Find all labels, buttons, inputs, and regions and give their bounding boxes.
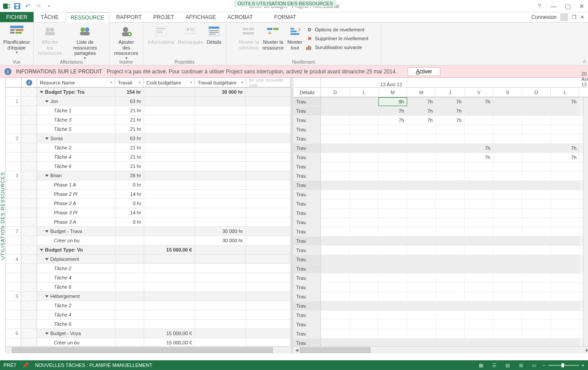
- timephased-cell[interactable]: [407, 218, 436, 227]
- row-number[interactable]: [6, 338, 21, 346]
- zoom-in-icon[interactable]: +: [582, 362, 584, 368]
- timephased-cell[interactable]: [378, 292, 407, 301]
- minimize-icon[interactable]: —: [549, 3, 558, 10]
- travail-cell[interactable]: 21 hr: [116, 125, 145, 134]
- timephased-cell[interactable]: [350, 190, 378, 199]
- tab-format[interactable]: FORMAT: [270, 12, 301, 22]
- tab-fichier[interactable]: FICHIER: [0, 12, 34, 22]
- timephased-cell[interactable]: [493, 292, 522, 301]
- level-all-button[interactable]: Niveler tout: [286, 23, 304, 52]
- timephased-row[interactable]: Trav.7h7h: [294, 153, 588, 162]
- travail-budgetaire-cell[interactable]: [195, 338, 246, 346]
- timephased-cell[interactable]: [436, 125, 465, 134]
- timephased-cell[interactable]: [350, 283, 378, 292]
- timephased-cell[interactable]: [436, 162, 465, 171]
- timephased-cell[interactable]: [465, 329, 493, 338]
- table-row[interactable]: Budget Type: Vo15 000,00 €: [6, 245, 290, 255]
- activate-button[interactable]: AActiverctiver: [408, 67, 441, 76]
- timephased-cell[interactable]: [407, 181, 436, 190]
- resource-name-cell[interactable]: Tâche 6: [37, 162, 116, 171]
- timephased-cell[interactable]: [378, 339, 407, 346]
- timephased-row[interactable]: Trav.: [294, 218, 588, 227]
- help-icon[interactable]: ?: [535, 3, 544, 10]
- scroll-left-icon[interactable]: ◀: [294, 347, 300, 353]
- timephased-cell[interactable]: [350, 209, 378, 217]
- timephased-row[interactable]: Trav.: [294, 339, 588, 346]
- timephased-cell[interactable]: [493, 116, 522, 125]
- timephased-cell[interactable]: [350, 218, 378, 227]
- timephased-cell[interactable]: 7h: [551, 144, 580, 153]
- travail-budgetaire-cell[interactable]: [195, 292, 246, 301]
- timephased-row[interactable]: Trav.: [294, 190, 588, 199]
- new-col-cell[interactable]: [246, 255, 290, 263]
- timephased-cell[interactable]: [378, 255, 407, 264]
- row-number[interactable]: [6, 236, 21, 245]
- timephased-cell[interactable]: [350, 255, 378, 264]
- timephased-cell[interactable]: [321, 264, 350, 273]
- signin-link[interactable]: Connexion: [531, 14, 557, 20]
- timephased-cell[interactable]: [436, 181, 465, 190]
- timephased-cell[interactable]: [378, 274, 407, 282]
- timephased-cell[interactable]: [493, 125, 522, 134]
- next-overallocation-button[interactable]: Surutilisation suivante: [304, 43, 370, 52]
- timephased-cell[interactable]: [522, 97, 551, 106]
- rownum-header[interactable]: [6, 78, 22, 87]
- timephased-cell[interactable]: [551, 209, 580, 217]
- travail-cell[interactable]: 28 hr: [116, 171, 145, 180]
- row-number[interactable]: [6, 273, 21, 282]
- travail-cell[interactable]: [116, 273, 145, 282]
- timephased-cell[interactable]: [378, 190, 407, 199]
- cout-budgetaire-cell[interactable]: [144, 208, 195, 217]
- timephased-cell[interactable]: [522, 218, 551, 227]
- resource-name-cell[interactable]: Tâche 5: [37, 125, 116, 134]
- cout-budgetaire-cell[interactable]: [144, 106, 195, 115]
- timephased-row[interactable]: Trav.: [294, 283, 588, 292]
- timephased-cell[interactable]: 7h: [551, 97, 580, 106]
- timephased-cell[interactable]: [493, 329, 522, 338]
- timephased-cell[interactable]: [493, 209, 522, 217]
- team-planner-button[interactable]: Planificateur d'équipe▾: [1, 23, 32, 55]
- timephased-cell[interactable]: [551, 199, 580, 208]
- travail-budgetaire-cell[interactable]: [195, 217, 246, 226]
- timephased-cell[interactable]: [551, 236, 580, 245]
- travail-budgetaire-cell[interactable]: [195, 273, 246, 282]
- timephased-cell[interactable]: [378, 227, 407, 236]
- table-row[interactable]: 3Brian28 hr: [6, 171, 290, 180]
- timephased-cell[interactable]: [378, 181, 407, 190]
- timephased-cell[interactable]: [551, 116, 580, 125]
- resource-name-cell[interactable]: Jon: [37, 97, 116, 106]
- row-number[interactable]: [6, 125, 21, 134]
- right-vertical-scrollbar[interactable]: [583, 97, 588, 346]
- timephased-cell[interactable]: [522, 236, 551, 245]
- travail-budgetaire-cell[interactable]: [195, 190, 246, 198]
- timephased-cell[interactable]: [407, 227, 436, 236]
- timephased-cell[interactable]: [465, 218, 493, 227]
- day-header[interactable]: D: [522, 88, 551, 97]
- timephased-cell[interactable]: [465, 162, 493, 171]
- timephased-cell[interactable]: [465, 172, 493, 180]
- timephased-cell[interactable]: [551, 227, 580, 236]
- timephased-cell[interactable]: [378, 283, 407, 292]
- timephased-cell[interactable]: [493, 218, 522, 227]
- cout-budgetaire-cell[interactable]: [144, 320, 195, 328]
- timephased-cell[interactable]: [551, 190, 580, 199]
- timephased-cell[interactable]: [436, 274, 465, 282]
- travail-cell[interactable]: 21 hr: [116, 153, 145, 161]
- timephased-cell[interactable]: [522, 116, 551, 125]
- info-header[interactable]: i: [22, 78, 38, 87]
- timephased-cell[interactable]: [522, 292, 551, 301]
- timephased-cell[interactable]: [321, 144, 350, 153]
- cout-budgetaire-cell[interactable]: 15 000,00 €: [144, 338, 195, 346]
- resource-name-cell[interactable]: Tâche 4: [37, 153, 116, 161]
- travail-budgetaire-cell[interactable]: [195, 282, 246, 291]
- timephased-cell[interactable]: [321, 274, 350, 282]
- view-shortcut-1-icon[interactable]: ▦: [476, 362, 486, 369]
- travail-budgetaire-cell[interactable]: [195, 301, 246, 310]
- timephased-cell[interactable]: [378, 320, 407, 329]
- timephased-cell[interactable]: [436, 218, 465, 227]
- timephased-cell[interactable]: [493, 144, 522, 153]
- resource-name-cell[interactable]: Tâche 4: [37, 273, 116, 282]
- new-col-cell[interactable]: [246, 292, 290, 301]
- travail-cell[interactable]: [116, 282, 145, 291]
- table-row[interactable]: Créer un bu15 000,00 €: [6, 338, 290, 346]
